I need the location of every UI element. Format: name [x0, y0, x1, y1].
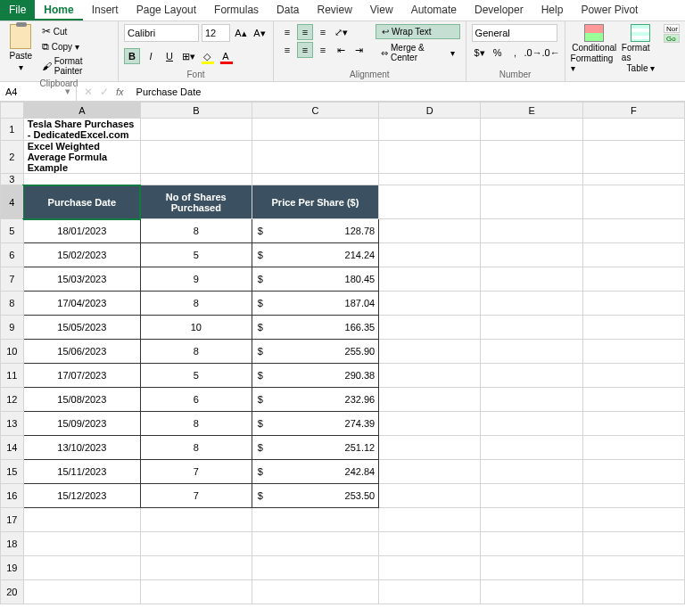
comma-format-button[interactable]: ,	[508, 45, 524, 61]
tab-formulas[interactable]: Formulas	[205, 0, 268, 21]
cell[interactable]	[481, 119, 582, 141]
cell[interactable]	[379, 532, 481, 556]
cell[interactable]	[582, 532, 684, 556]
cell[interactable]	[481, 508, 582, 532]
row-header-10[interactable]: 10	[1, 340, 24, 364]
decrease-decimal-button[interactable]: .0←	[543, 45, 559, 61]
cell[interactable]	[23, 580, 140, 604]
font-color-button[interactable]: A	[218, 48, 234, 64]
cell[interactable]	[582, 141, 684, 174]
paste-button[interactable]: Paste ▾	[5, 24, 37, 72]
tab-insert[interactable]: Insert	[83, 0, 128, 21]
tab-home[interactable]: Home	[35, 0, 82, 21]
cell[interactable]	[140, 556, 252, 580]
cell-date[interactable]: 17/07/2023	[23, 364, 140, 388]
cell[interactable]	[252, 174, 379, 185]
cell[interactable]	[23, 556, 140, 580]
row-header-20[interactable]: 20	[1, 580, 24, 604]
cell-shares[interactable]: 8	[140, 436, 252, 460]
number-format-select[interactable]	[472, 24, 557, 42]
cut-button[interactable]: ✂Cut	[40, 24, 112, 38]
cell-shares[interactable]: 5	[140, 364, 252, 388]
row-header-2[interactable]: 2	[1, 141, 24, 174]
cell-price[interactable]: $251.12	[252, 436, 379, 460]
tab-help[interactable]: Help	[532, 0, 573, 21]
cell[interactable]	[582, 364, 684, 388]
cell-shares[interactable]: 8	[140, 292, 252, 316]
accounting-format-button[interactable]: $▾	[472, 45, 488, 61]
cell[interactable]	[481, 364, 582, 388]
cell[interactable]	[582, 388, 684, 412]
header-shares[interactable]: No of Shares Purchased	[140, 185, 252, 219]
cell-styles-gallery[interactable]: Nor Go	[664, 24, 680, 43]
cell[interactable]	[140, 119, 252, 141]
cell[interactable]	[379, 388, 481, 412]
cell[interactable]	[582, 292, 684, 316]
cell-price[interactable]: $232.96	[252, 388, 379, 412]
cell-date[interactable]: 15/08/2023	[23, 388, 140, 412]
col-header-d[interactable]: D	[379, 103, 481, 119]
row-header-15[interactable]: 15	[1, 460, 24, 484]
cell-date[interactable]: 17/04/2023	[23, 292, 140, 316]
cell[interactable]	[481, 243, 582, 267]
font-name-select[interactable]	[124, 24, 199, 42]
cell[interactable]	[481, 316, 582, 340]
cell-price[interactable]: $253.50	[252, 484, 379, 508]
cell[interactable]	[582, 219, 684, 243]
cancel-formula-icon[interactable]: ✕	[84, 86, 93, 98]
cell[interactable]	[140, 580, 252, 604]
cell[interactable]	[481, 388, 582, 412]
tab-page-layout[interactable]: Page Layout	[128, 0, 205, 21]
row-header-7[interactable]: 7	[1, 267, 24, 292]
increase-indent-button[interactable]: ⇥	[351, 42, 367, 58]
row-header-17[interactable]: 17	[1, 508, 24, 532]
cell[interactable]	[379, 580, 481, 604]
cell[interactable]	[582, 436, 684, 460]
cell[interactable]	[379, 364, 481, 388]
cell[interactable]	[252, 580, 379, 604]
cell-date[interactable]: 15/02/2023	[23, 243, 140, 267]
cell[interactable]	[481, 460, 582, 484]
cell[interactable]	[379, 185, 481, 219]
cell[interactable]	[252, 141, 379, 174]
cell[interactable]	[23, 174, 140, 185]
cell-price[interactable]: $255.90	[252, 340, 379, 364]
col-header-e[interactable]: E	[481, 103, 582, 119]
cell[interactable]	[481, 484, 582, 508]
row-header-11[interactable]: 11	[1, 364, 24, 388]
cell-shares[interactable]: 9	[140, 267, 252, 292]
wrap-text-button[interactable]: ↩Wrap Text	[376, 24, 460, 39]
row-header-8[interactable]: 8	[1, 292, 24, 316]
row-header-9[interactable]: 9	[1, 316, 24, 340]
cell[interactable]	[481, 436, 582, 460]
cell[interactable]	[379, 219, 481, 243]
cell[interactable]	[379, 556, 481, 580]
align-top-button[interactable]: ≡	[279, 24, 295, 40]
cell[interactable]	[582, 580, 684, 604]
cell[interactable]	[379, 174, 481, 185]
col-header-a[interactable]: A	[23, 103, 140, 119]
cell-date[interactable]: 15/06/2023	[23, 340, 140, 364]
tab-data[interactable]: Data	[268, 0, 308, 21]
cell[interactable]	[379, 243, 481, 267]
increase-font-button[interactable]: A▴	[233, 25, 249, 41]
row-header-1[interactable]: 1	[1, 119, 24, 141]
worksheet-grid[interactable]: A B C D E F 1Tesla Share Purchases - Ded…	[0, 102, 685, 616]
cell[interactable]	[140, 532, 252, 556]
tab-view[interactable]: View	[361, 0, 402, 21]
align-right-button[interactable]: ≡	[315, 42, 331, 58]
orientation-button[interactable]: ⤢▾	[333, 24, 349, 40]
row-header-4[interactable]: 4	[1, 185, 24, 219]
conditional-formatting-button[interactable]: Conditional Formatting ▾	[571, 24, 618, 73]
cell[interactable]	[481, 267, 582, 292]
border-button[interactable]: ⊞▾	[180, 48, 196, 64]
cell-shares[interactable]: 10	[140, 316, 252, 340]
cell[interactable]	[140, 174, 252, 185]
cell[interactable]	[379, 141, 481, 174]
col-header-b[interactable]: B	[140, 103, 252, 119]
cell[interactable]	[582, 484, 684, 508]
cell-date[interactable]: 15/03/2023	[23, 267, 140, 292]
cell-date[interactable]: 15/05/2023	[23, 316, 140, 340]
decrease-indent-button[interactable]: ⇤	[333, 42, 349, 58]
col-header-f[interactable]: F	[582, 103, 684, 119]
